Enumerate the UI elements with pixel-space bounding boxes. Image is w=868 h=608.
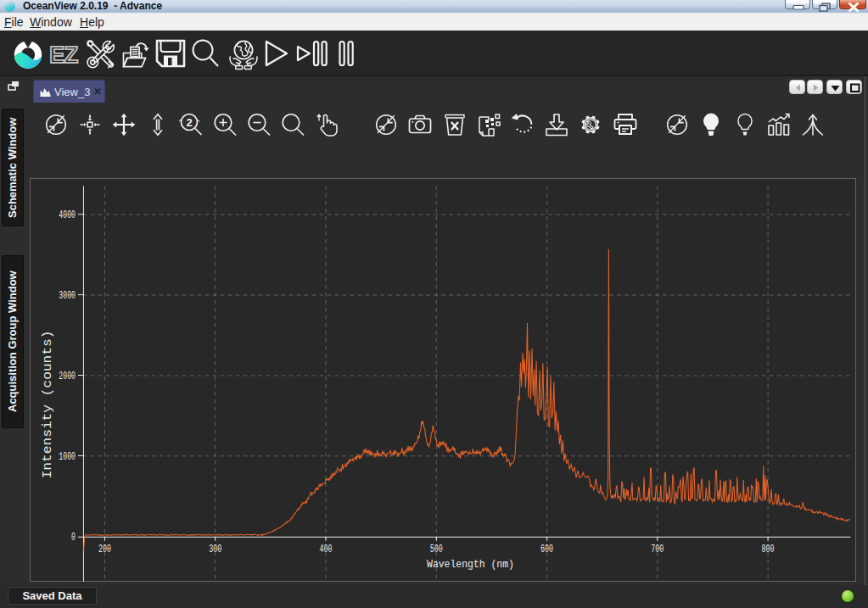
svg-text:1000: 1000	[59, 450, 76, 463]
svg-text:0: 0	[71, 531, 76, 544]
svg-text:Intensity (counts): Intensity (counts)	[41, 331, 54, 479]
svg-text:2: 2	[186, 116, 192, 129]
svg-text:700: 700	[651, 543, 664, 555]
svg-text:400: 400	[319, 543, 332, 555]
svg-text:EZ: EZ	[49, 42, 78, 67]
svg-text:200: 200	[98, 543, 111, 555]
svg-text:600: 600	[540, 543, 553, 555]
svg-text:800: 800	[762, 543, 775, 555]
svg-text:3000: 3000	[59, 289, 76, 302]
svg-text:2000: 2000	[59, 370, 76, 382]
svg-text:500: 500	[430, 543, 443, 555]
svg-text:4000: 4000	[59, 209, 76, 221]
svg-text:300: 300	[209, 543, 221, 555]
svg-text:Wavelength (nm): Wavelength (nm)	[427, 558, 514, 571]
